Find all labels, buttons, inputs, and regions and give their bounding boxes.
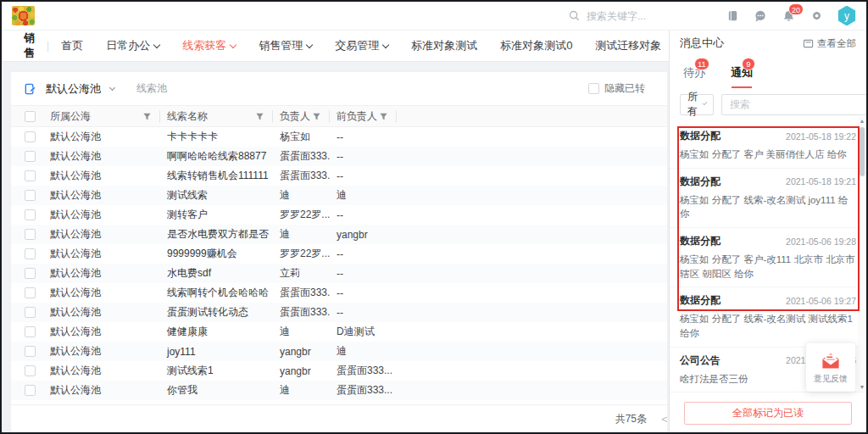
- panel-search[interactable]: [721, 94, 868, 115]
- bell-icon[interactable]: 20: [782, 9, 795, 23]
- checkbox-icon[interactable]: [588, 83, 599, 94]
- panel-tab[interactable]: 通知 9: [731, 65, 753, 81]
- row-checkbox[interactable]: [25, 385, 36, 396]
- nav-item[interactable]: 日常办公: [106, 38, 159, 53]
- notification-item[interactable]: 数据分配 2021-05-18 19:21 杨宝如 分配了 线索-改名测试 jo…: [670, 169, 866, 228]
- nav-item[interactable]: 标准对象测试: [411, 38, 477, 53]
- row-checkbox[interactable]: [25, 170, 36, 181]
- row-checkbox[interactable]: [25, 248, 36, 259]
- nav-item[interactable]: 销售管理: [259, 38, 312, 53]
- table-row[interactable]: 默认公海池 测转客户 罗罗22罗... --: [11, 205, 667, 225]
- cell-lead-name[interactable]: 测试线索: [160, 188, 273, 203]
- cell-lead-name[interactable]: joy111: [160, 346, 273, 358]
- prev-page-button[interactable]: <: [657, 413, 667, 426]
- row-checkbox[interactable]: [25, 326, 36, 337]
- filter-funnel-icon[interactable]: [255, 112, 264, 121]
- table-row[interactable]: 默认公海池 你管我 迪 蛋蛋面333...: [11, 381, 667, 400]
- notification-item[interactable]: 数据分配 2021-05-06 19:28 杨宝如 分配了 客户-改111 北京…: [670, 228, 866, 287]
- row-checkbox[interactable]: [25, 287, 36, 298]
- scroll-up-icon[interactable]: ▲: [860, 117, 865, 125]
- table-row[interactable]: 默认公海池 joy111 yangbr 迪: [11, 342, 667, 361]
- row-checkbox-cell: [11, 131, 50, 142]
- filter-funnel-icon[interactable]: [142, 112, 152, 121]
- cell-lead-name[interactable]: 你管我: [160, 383, 273, 398]
- cell-previous-owner: D迪测试: [330, 325, 397, 339]
- select-all-checkbox[interactable]: [25, 111, 36, 122]
- column-header[interactable]: 前负责人: [330, 110, 397, 123]
- global-search[interactable]: [569, 9, 678, 23]
- filter-funnel-icon[interactable]: [312, 112, 321, 121]
- notification-body: 杨宝如 分配了 线索-改名测试 测试线索1 给你: [680, 312, 856, 340]
- nav-bar: 销售 | 首页 日常办公 线索获客 销售管理 交易管理 标准对象测试 标准对象测…: [2, 31, 669, 62]
- table-row[interactable]: 默认公海池 测试线索 迪 迪: [11, 186, 667, 205]
- cell-lead-name[interactable]: 蛋蛋测试转化动态: [160, 305, 273, 320]
- notification-title: 数据分配: [680, 129, 721, 143]
- column-header[interactable]: 线索名称: [160, 110, 273, 123]
- notification-count-badge: 20: [788, 3, 804, 15]
- company-logo[interactable]: [12, 6, 35, 25]
- row-checkbox[interactable]: [25, 190, 36, 201]
- table-row[interactable]: 默认公海池 蛋蛋测试转化动态 蛋蛋面333... --: [11, 303, 667, 322]
- table-row[interactable]: 默认公海池 9999999赚机会 罗罗22罗... --: [11, 244, 667, 264]
- cell-previous-owner: 迪: [330, 344, 397, 359]
- chat-icon[interactable]: [754, 9, 767, 23]
- row-checkbox[interactable]: [25, 151, 36, 162]
- mark-all-read-button[interactable]: 全部标记为已读: [684, 402, 852, 425]
- cell-lead-name[interactable]: 测试线索1: [160, 364, 273, 378]
- table-row[interactable]: 默认公海池 啊啊哈哈哈线索88877 蛋蛋面333... --: [11, 147, 667, 166]
- panel-scrollbar[interactable]: ▲ ▼: [858, 117, 866, 392]
- cell-lead-name[interactable]: 啊啊哈哈哈线索88877: [160, 149, 273, 164]
- feedback-label: 意见反馈: [814, 373, 848, 385]
- nav-item[interactable]: 测试迁移对象: [595, 38, 661, 53]
- cell-lead-name[interactable]: 水电费sdf: [160, 266, 273, 281]
- nav-item[interactable]: 交易管理: [335, 38, 388, 53]
- global-search-input[interactable]: [585, 9, 678, 23]
- tab-lead-pool[interactable]: 线索池: [136, 81, 167, 96]
- row-checkbox[interactable]: [25, 209, 36, 220]
- panel-search-input[interactable]: [728, 97, 863, 111]
- avatar[interactable]: y: [837, 6, 856, 26]
- notebook-icon[interactable]: [726, 9, 739, 23]
- table-row[interactable]: 默认公海池 测试线索1 yangbr 蛋蛋面333...: [11, 361, 667, 381]
- nav-item[interactable]: 首页: [61, 38, 83, 53]
- row-checkbox[interactable]: [25, 365, 36, 376]
- panel-tab[interactable]: 待办 11: [683, 65, 705, 81]
- content-area: 默认公海池 线索池 隐藏已转 所属公海: [2, 62, 669, 432]
- cell-lead-name[interactable]: 卡卡卡卡卡: [160, 130, 273, 144]
- column-header[interactable]: 所属公海: [50, 110, 160, 123]
- scrollbar-thumb[interactable]: [860, 127, 865, 176]
- nav-item[interactable]: 线索获客: [182, 38, 236, 53]
- table-row[interactable]: 默认公海池 是否水电费双方都是否 迪 yangbr: [11, 225, 667, 244]
- filter-funnel-icon[interactable]: [379, 112, 388, 121]
- row-checkbox[interactable]: [25, 268, 36, 279]
- view-all-button[interactable]: 查看全部: [803, 37, 856, 50]
- table-row[interactable]: 默认公海池 水电费sdf 立莉 --: [11, 264, 667, 283]
- cell-lead-name[interactable]: 测转客户: [160, 208, 273, 222]
- row-checkbox[interactable]: [25, 131, 36, 142]
- column-label: 线索名称: [167, 109, 208, 124]
- table-row[interactable]: 默认公海池 线索转销售机会111111 蛋蛋面333... --: [11, 166, 667, 186]
- table-row[interactable]: 默认公海池 线索啊转个机会哈哈哈 蛋蛋面333... --: [11, 283, 667, 303]
- table-row[interactable]: 默认公海池 健健康康 迪 D迪测试: [11, 322, 667, 342]
- scroll-down-icon[interactable]: ▼: [860, 383, 865, 392]
- nav-item[interactable]: 标准对象测试0: [500, 38, 572, 53]
- pool-selector[interactable]: 默认公海池: [46, 81, 114, 97]
- hide-converted-checkbox[interactable]: 隐藏已转: [588, 81, 661, 96]
- feedback-widget[interactable]: 意见反馈: [806, 343, 855, 392]
- cell-lead-name[interactable]: 9999999赚机会: [160, 247, 273, 261]
- row-checkbox[interactable]: [25, 346, 36, 357]
- gear-icon[interactable]: [810, 9, 823, 23]
- row-checkbox[interactable]: [25, 229, 36, 240]
- cell-lead-name[interactable]: 健健康康: [160, 325, 273, 339]
- notification-item[interactable]: 数据分配 2021-05-06 19:27 杨宝如 分配了 线索-改名测试 测试…: [670, 287, 866, 347]
- cell-lead-name[interactable]: 是否水电费双方都是否: [160, 227, 273, 242]
- column-label: 前负责人: [337, 109, 377, 124]
- category-select[interactable]: 所有: [680, 94, 714, 115]
- notification-item[interactable]: 数据分配 2021-05-18 19:22 杨宝如 分配了 客户 美丽俏佳人店 …: [670, 123, 866, 169]
- row-checkbox[interactable]: [25, 307, 36, 318]
- column-header[interactable]: 负责人: [273, 110, 330, 123]
- cell-lead-name[interactable]: 线索转销售机会111111: [160, 169, 273, 183]
- cell-lead-name[interactable]: 线索啊转个机会哈哈哈: [160, 286, 273, 300]
- chevron-down-icon: [306, 41, 313, 47]
- table-row[interactable]: 默认公海池 卡卡卡卡卡 杨宝如 --: [11, 127, 667, 147]
